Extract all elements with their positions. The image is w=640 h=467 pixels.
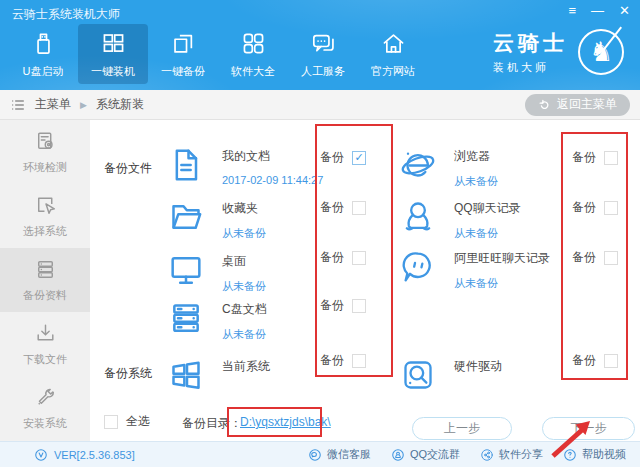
qq-group-link[interactable]: QQ交流群 [391, 447, 460, 462]
sidebar: 环境检测 选择系统 备份资料 下载文件 安装系统 [0, 120, 90, 441]
backup-checkbox[interactable] [604, 251, 618, 265]
backup-check-current-system: 备份 [320, 352, 366, 369]
nav-label: 软件大全 [231, 64, 275, 79]
nav-label: U盘启动 [23, 64, 64, 79]
backup-check-desktop: 备份 [320, 249, 366, 266]
nav-one-key-install[interactable]: 一键装机 [78, 24, 148, 84]
item-title: QQ聊天记录 [454, 197, 521, 217]
windows-grid-icon [99, 29, 128, 58]
backup-item-desktop: 桌面从未备份 [166, 250, 266, 294]
select-all-label: 全选 [126, 413, 150, 430]
share-icon [480, 448, 494, 462]
brand-logo-text: 云骑士 装机大师 [493, 29, 568, 75]
main-nav: U盘启动 一键装机 一键备份 软件大全 人工服务 官方网站 [8, 24, 428, 84]
item-title: 收藏夹 [222, 197, 266, 217]
backup-checkbox[interactable] [352, 151, 366, 165]
prev-step-button[interactable]: 上一步 [412, 417, 512, 440]
sidebar-label: 备份资料 [23, 288, 67, 303]
backup-checkbox[interactable] [352, 251, 366, 265]
minimize-icon[interactable]: — [591, 3, 604, 19]
backup-item-hardware-drivers: 硬件驱动 [398, 355, 502, 395]
chat-icon [309, 29, 338, 58]
usb-icon [29, 29, 58, 58]
item-title: 我的文档 [222, 145, 323, 165]
sidebar-label: 安装系统 [23, 416, 67, 431]
backup-dir-link[interactable]: D:\yqsxtzjds\bak\ [240, 415, 331, 429]
backup-item-my-documents: 我的文档2017-02-09 11:44:27 [166, 145, 323, 186]
nav-software-center[interactable]: 软件大全 [218, 24, 288, 84]
sidebar-item-download-files[interactable]: 下载文件 [0, 312, 90, 376]
backup-check-label: 备份 [572, 199, 596, 216]
document-icon [166, 145, 206, 185]
backup-check-browser: 备份 [572, 149, 618, 166]
backup-item-c-drive-docs: C盘文档从未备份 [166, 298, 267, 342]
breadcrumb-current: 系统新装 [96, 96, 144, 113]
backup-dir-label: 备份目录： [182, 415, 242, 432]
backup-check-label: 备份 [320, 352, 344, 369]
backup-checkbox[interactable] [352, 201, 366, 215]
nav-one-key-backup[interactable]: 一键备份 [148, 24, 218, 84]
back-button-label: 返回主菜单 [557, 96, 617, 113]
group-label-backup-files: 备份文件 [104, 160, 152, 177]
windows-logo-icon [166, 355, 206, 395]
item-title: C盘文档 [222, 298, 267, 318]
download-icon [33, 321, 58, 346]
backup-check-label: 备份 [320, 249, 344, 266]
version-text: VER[2.5.36.853] [54, 449, 135, 461]
window-title: 云骑士系统装机大师 [12, 6, 120, 23]
wechat-icon [308, 448, 322, 462]
backup-checkbox[interactable] [352, 299, 366, 313]
backup-item-qq-history: QQ聊天记录从未备份 [398, 197, 521, 241]
backup-checkbox[interactable] [604, 151, 618, 165]
sidebar-item-env-check[interactable]: 环境检测 [0, 120, 90, 184]
select-cursor-icon [33, 193, 58, 218]
next-step-button[interactable]: 下一步 [542, 417, 635, 440]
backup-checkbox[interactable] [604, 201, 618, 215]
footer-link-label: 帮助视频 [582, 447, 626, 462]
list-menu-icon[interactable] [10, 97, 26, 113]
copy-icon [169, 29, 198, 58]
backup-check-label: 备份 [320, 149, 344, 166]
qq-penguin-icon [398, 197, 438, 237]
close-icon[interactable]: ✕ [619, 3, 630, 19]
sidebar-label: 环境检测 [23, 160, 67, 175]
backup-check-qq-history: 备份 [572, 199, 618, 216]
wechat-support-link[interactable]: 微信客服 [308, 447, 371, 462]
backup-checkbox[interactable] [604, 354, 618, 368]
ie-browser-icon [398, 145, 438, 185]
backup-checkbox[interactable] [352, 354, 366, 368]
footer-links: 微信客服 QQ交流群 软件分享 帮助视频 [308, 447, 626, 462]
app-body: 环境检测 选择系统 备份资料 下载文件 安装系统 备份文件 备份系统 [0, 120, 640, 441]
backup-selection-panel: 备份文件 备份系统 我的文档2017-02-09 11:44:27 收藏夹从未备… [90, 120, 640, 441]
select-all-checkbox[interactable] [104, 415, 118, 429]
item-last-backup: 从未备份 [222, 279, 266, 294]
wrench-icon [33, 385, 58, 410]
sidebar-item-install-system[interactable]: 安装系统 [0, 376, 90, 440]
version-info: VER[2.5.36.853] [34, 448, 135, 462]
sidebar-item-select-system[interactable]: 选择系统 [0, 184, 90, 248]
item-title: 浏览器 [454, 145, 498, 165]
back-to-main-menu-button[interactable]: 返回主菜单 [525, 94, 630, 116]
menu-icon[interactable]: ≡ [569, 3, 577, 19]
footer-link-label: 软件分享 [499, 447, 543, 462]
nav-official-site[interactable]: 官方网站 [358, 24, 428, 84]
doc-gear-icon [33, 129, 58, 154]
nav-customer-service[interactable]: 人工服务 [288, 24, 358, 84]
help-question-icon [563, 448, 577, 462]
aliwangwang-icon [398, 247, 438, 287]
share-software-link[interactable]: 软件分享 [480, 447, 543, 462]
server-stack-icon [33, 257, 58, 282]
backup-item-current-system: 当前系统 [166, 355, 270, 395]
breadcrumb-root[interactable]: 主菜单 [35, 96, 71, 113]
item-last-backup: 从未备份 [222, 226, 266, 241]
footer-link-label: QQ交流群 [410, 447, 460, 462]
backup-check-my-documents: 备份 [320, 149, 366, 166]
brand-logo: 云骑士 装机大师 ♞ [493, 29, 624, 75]
item-title: 桌面 [222, 250, 266, 270]
breadcrumb-separator-icon: ▶ [80, 100, 87, 110]
sidebar-item-backup-data[interactable]: 备份资料 [0, 248, 90, 312]
help-videos-link[interactable]: 帮助视频 [563, 447, 626, 462]
backup-check-label: 备份 [320, 297, 344, 314]
nav-usb-boot[interactable]: U盘启动 [8, 24, 78, 84]
backup-item-wangwang-history: 阿里旺旺聊天记录从未备份 [398, 247, 550, 291]
